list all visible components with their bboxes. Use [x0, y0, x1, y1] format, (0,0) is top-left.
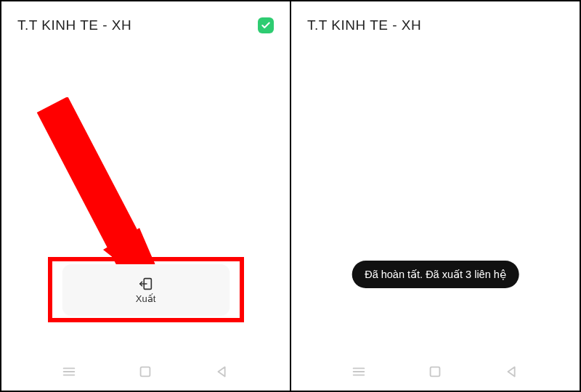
- nav-back-button[interactable]: [213, 362, 232, 381]
- svg-rect-10: [431, 367, 440, 377]
- home-square-icon: [427, 364, 443, 380]
- select-checkbox[interactable]: [258, 17, 274, 33]
- phone-right: T.T KINH TE - XH Đã hoàn tất. Đã xuất 3 …: [290, 1, 580, 391]
- export-icon: [138, 276, 154, 292]
- svg-marker-6: [219, 367, 225, 377]
- header: T.T KINH TE - XH: [291, 1, 580, 41]
- nav-menu-button[interactable]: [349, 362, 368, 381]
- nav-back-button[interactable]: [503, 362, 521, 381]
- menu-icon: [61, 364, 77, 380]
- content-area: Xuất: [1, 41, 290, 357]
- toast-message: Đã hoàn tất. Đã xuất 3 liên hệ: [352, 261, 519, 288]
- check-icon: [261, 20, 271, 30]
- nav-menu-button[interactable]: [60, 362, 78, 381]
- back-triangle-icon: [214, 364, 230, 380]
- back-triangle-icon: [504, 364, 520, 380]
- svg-marker-11: [508, 367, 515, 377]
- menu-icon: [351, 364, 367, 380]
- nav-bar: [1, 357, 290, 391]
- nav-home-button[interactable]: [136, 362, 155, 381]
- phone-left: T.T KINH TE - XH: [1, 1, 290, 391]
- nav-bar: [291, 357, 580, 391]
- svg-rect-5: [141, 367, 150, 377]
- nav-home-button[interactable]: [426, 362, 444, 381]
- header: T.T KINH TE - XH: [1, 1, 290, 41]
- export-button-label: Xuất: [136, 293, 156, 304]
- content-area: Đã hoàn tất. Đã xuất 3 liên hệ: [291, 41, 580, 357]
- home-square-icon: [137, 364, 153, 380]
- page-title: T.T KINH TE - XH: [17, 17, 131, 33]
- export-button[interactable]: Xuất: [62, 264, 229, 315]
- page-title: T.T KINH TE - XH: [307, 17, 421, 33]
